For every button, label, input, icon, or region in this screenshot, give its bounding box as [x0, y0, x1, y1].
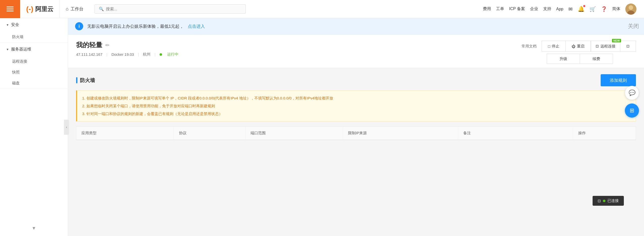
new-badge: NEW [612, 39, 621, 42]
instance-region: 杭州 [143, 52, 150, 57]
hamburger-menu[interactable] [0, 0, 20, 18]
nav-notification-icon[interactable]: 🔔 [578, 6, 585, 12]
table-col-app-type: 应用类型 [76, 127, 174, 140]
action-buttons-row2: 升级 续费 [547, 54, 613, 64]
search-bar: 🔍 [95, 4, 246, 14]
svg-point-1 [629, 5, 633, 10]
action-buttons: 常用文档 □ 停止 ⏻ 重启 NEW ⊡ 远程连接 ⊡ [516, 41, 636, 64]
remote-icon: ⊡ [596, 44, 599, 48]
status-dot-icon [160, 53, 162, 56]
chat-icon: 💬 [629, 90, 635, 96]
firewall-title: 防火墙 [80, 77, 95, 84]
instance-meta: 47.111.142.167 | Docker 19.03 | 杭州 | 运行中 [76, 52, 516, 57]
sidebar-item-snapshot[interactable]: 快照 [0, 67, 68, 78]
apps-grid-icon: ⊞ [630, 107, 634, 114]
stop-btn[interactable]: □ 停止 [542, 41, 566, 52]
more-icon: ⊡ [626, 44, 630, 48]
table-col-protocol: 协议 [174, 127, 245, 140]
warning-box: 1. 创建或修改防火墙规则时，限制IP来源可填写单个 IP，CIDR 段或者0.… [76, 90, 636, 121]
workbench-label: 工作台 [71, 6, 83, 12]
edit-name-icon[interactable]: ✏ [105, 42, 110, 48]
sidebar-item-firewall[interactable]: 防火墙 [0, 32, 68, 42]
instance-header: 我的轻量 ✏ 47.111.142.167 | Docker 19.03 | 杭… [68, 35, 644, 68]
main-content: i 无影云电脑开启云上办公娱乐新体验，最低1元起， 点击进入 关闭 我的轻量 ✏… [68, 18, 644, 236]
sidebar-item-remote[interactable]: 远程连接 [0, 56, 68, 67]
chevron-down-icon: ▼ [6, 23, 9, 27]
sidebar: ‹ ▼ 安全 防火墙 ▼ 服务器运维 远程连接 快照 [0, 18, 68, 236]
firewall-header: 防火墙 添加规则 [76, 74, 636, 86]
nav-ticket[interactable]: 工单 [496, 6, 504, 12]
nav-icp[interactable]: ICP 备案 [509, 6, 525, 12]
chevron-down-icon-2: ▼ [6, 48, 9, 51]
instance-docker: Docker 19.03 [111, 52, 134, 57]
remote-connect-btn[interactable]: NEW ⊡ 远程连接 [591, 41, 620, 52]
firewall-table: 应用类型 协议 端口范围 限制IP来源 备注 操作 [76, 126, 636, 140]
float-apps-btn[interactable]: ⊞ [625, 103, 639, 118]
banner-text: 无影云电脑开启云上办公娱乐新体验，最低1元起， [87, 23, 184, 29]
warning-line-2: 2. 如果想临时关闭某个端口，请使用禁用功能，免于开放对应端口时再新建规则 [82, 102, 631, 109]
restart-btn[interactable]: ⏻ 重启 [566, 41, 591, 52]
table-col-ip-limit: 限制IP来源 [343, 127, 458, 140]
sidebar-scroll-down[interactable]: ▼ [32, 226, 36, 231]
sidebar-group-security-label: 安全 [11, 22, 19, 28]
section-title-bar [76, 77, 77, 83]
instance-name: 我的轻量 [76, 41, 102, 49]
warning-line-1: 1. 创建或修改防火墙规则时，限制IP来源可填写单个 IP，CIDR 段或者0.… [82, 95, 631, 101]
nav-fee[interactable]: 费用 [483, 6, 491, 12]
separator-1: | [106, 52, 107, 57]
content-area: 防火墙 添加规则 1. 创建或修改防火墙规则时，限制IP来源可填写单个 IP，C… [68, 68, 644, 146]
sidebar-group-serverops-label: 服务器运维 [11, 47, 31, 52]
sidebar-collapse-btn[interactable]: ‹ [64, 120, 69, 135]
separator-2: | [138, 52, 139, 57]
banner-info-icon: i [75, 22, 83, 30]
banner: i 无影云电脑开启云上办公娱乐新体验，最低1元起， 点击进入 关闭 [68, 18, 644, 35]
extra-btn[interactable]: ⊡ [620, 41, 636, 52]
table-col-port-range: 端口范围 [246, 127, 343, 140]
table-header: 应用类型 协议 端口范围 限制IP来源 备注 操作 [76, 127, 636, 140]
sidebar-item-disk[interactable]: 磁盘 [0, 78, 68, 89]
float-chat-btn[interactable]: 💬 [625, 86, 639, 100]
status-badge: 运行中 [167, 52, 178, 57]
search-icon: 🔍 [99, 7, 104, 11]
top-navbar: (-) 阿里云 ⌂ 工作台 🔍 费用 工单 ICP 备案 企业 支持 App ✉… [0, 0, 644, 18]
banner-link[interactable]: 点击进入 [188, 23, 205, 29]
instance-ip: 47.111.142.167 [76, 52, 102, 57]
firewall-section-title: 防火墙 [76, 77, 95, 84]
nav-enterprise[interactable]: 企业 [530, 6, 538, 12]
nav-right-items: 费用 工单 ICP 备案 企业 支持 App ✉ 🔔 🛒 ❓ 简体 [483, 4, 644, 15]
banner-close-btn[interactable]: 关闭 [628, 22, 639, 30]
nav-lang[interactable]: 简体 [612, 6, 620, 12]
sidebar-group-security-header[interactable]: ▼ 安全 [0, 18, 68, 32]
nav-cart-icon[interactable]: 🛒 [590, 6, 596, 12]
add-rule-btn[interactable]: 添加规则 [601, 74, 636, 86]
connected-badge[interactable]: ⊡ 已连接 [593, 196, 624, 206]
sidebar-group-security: ▼ 安全 防火墙 [0, 18, 68, 43]
instance-title-row: 我的轻量 ✏ [76, 41, 516, 49]
nav-logo[interactable]: (-) 阿里云 [20, 5, 59, 13]
renew-btn[interactable]: 续费 [580, 54, 613, 64]
warning-line-3: 3. 针对同一端口和协议的规则的新建，会覆盖已有规则（无论是启用还是禁用状态） [82, 110, 631, 117]
stop-icon: □ [548, 44, 550, 48]
nav-message-icon[interactable]: ✉ [568, 6, 573, 12]
restart-icon: ⏻ [572, 44, 575, 48]
logo-bracket: (-) [26, 5, 33, 13]
upgrade-btn[interactable]: 升级 [547, 54, 580, 64]
connected-label: 已连接 [607, 198, 619, 203]
main-layout: ‹ ▼ 安全 防火墙 ▼ 服务器运维 远程连接 快照 [0, 18, 644, 236]
nav-help-icon[interactable]: ❓ [601, 6, 607, 12]
common-docs-btn[interactable]: 常用文档 [516, 41, 542, 51]
remote-screen-icon: ⊡ [598, 199, 601, 203]
nav-app[interactable]: App [556, 7, 563, 11]
connected-dot [603, 200, 605, 202]
avatar[interactable] [625, 4, 636, 15]
instance-info: 我的轻量 ✏ 47.111.142.167 | Docker 19.03 | 杭… [76, 41, 516, 57]
home-icon: ⌂ [66, 6, 69, 12]
workbench-nav-item[interactable]: ⌂ 工作台 [59, 0, 89, 18]
sidebar-group-server-ops: ▼ 服务器运维 远程连接 快照 磁盘 [0, 43, 68, 89]
action-buttons-row1: 常用文档 □ 停止 ⏻ 重启 NEW ⊡ 远程连接 ⊡ [516, 41, 636, 52]
table-col-remark: 备注 [458, 127, 573, 140]
separator-3: | [155, 52, 156, 57]
nav-support[interactable]: 支持 [543, 6, 551, 12]
search-input[interactable] [106, 7, 241, 11]
sidebar-group-serverops-header[interactable]: ▼ 服务器运维 [0, 43, 68, 56]
